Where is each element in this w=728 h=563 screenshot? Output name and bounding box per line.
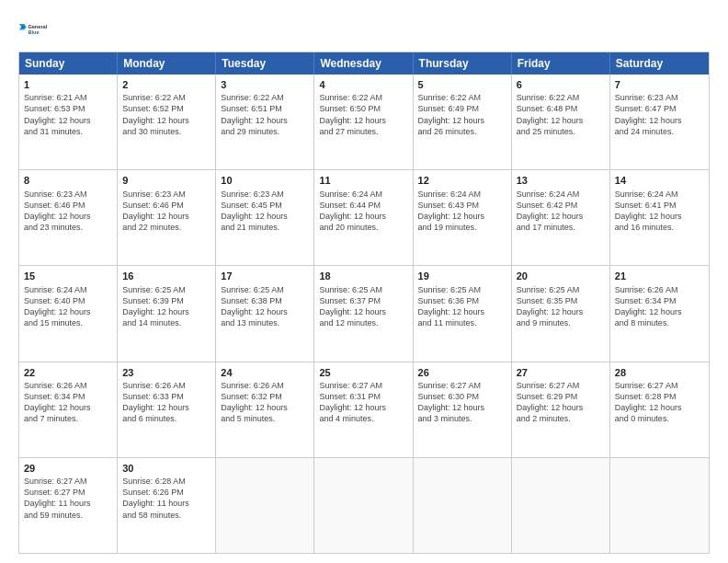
cell-info: Sunrise: 6:23 AMSunset: 6:46 PMDaylight:…: [122, 189, 210, 234]
cell-info: Sunrise: 6:23 AMSunset: 6:46 PMDaylight:…: [24, 189, 112, 234]
cell-info: Sunrise: 6:24 AMSunset: 6:42 PMDaylight:…: [517, 189, 605, 234]
calendar-cell: 29Sunrise: 6:27 AMSunset: 6:27 PMDayligh…: [19, 458, 118, 553]
day-number: 19: [418, 270, 506, 282]
calendar-body: 1Sunrise: 6:21 AMSunset: 6:53 PMDaylight…: [19, 75, 709, 553]
calendar-cell: 16Sunrise: 6:25 AMSunset: 6:39 PMDayligh…: [118, 266, 216, 361]
logo-icon: GeneralBlue: [18, 15, 48, 44]
day-header-monday: Monday: [118, 52, 216, 75]
calendar-cell: 3Sunrise: 6:22 AMSunset: 6:51 PMDaylight…: [216, 75, 314, 169]
day-number: 2: [122, 78, 210, 91]
cell-info: Sunrise: 6:22 AMSunset: 6:50 PMDaylight:…: [319, 92, 407, 137]
day-number: 22: [24, 366, 112, 379]
calendar-cell: 8Sunrise: 6:23 AMSunset: 6:46 PMDaylight…: [19, 170, 118, 265]
svg-text:Blue: Blue: [28, 29, 39, 35]
cell-info: Sunrise: 6:24 AMSunset: 6:40 PMDaylight:…: [24, 284, 112, 329]
day-number: 11: [319, 174, 407, 187]
calendar-cell: 9Sunrise: 6:23 AMSunset: 6:46 PMDaylight…: [118, 170, 216, 265]
calendar-week-4: 22Sunrise: 6:26 AMSunset: 6:34 PMDayligh…: [19, 362, 709, 457]
day-number: 17: [221, 270, 309, 282]
calendar-cell: 22Sunrise: 6:26 AMSunset: 6:34 PMDayligh…: [19, 362, 118, 457]
day-number: 25: [319, 366, 407, 379]
day-header-tuesday: Tuesday: [216, 52, 314, 75]
day-header-sunday: Sunday: [19, 52, 118, 75]
day-number: 21: [615, 270, 704, 282]
cell-info: Sunrise: 6:27 AMSunset: 6:30 PMDaylight:…: [418, 380, 506, 425]
day-header-saturday: Saturday: [610, 52, 709, 75]
calendar-cell: 2Sunrise: 6:22 AMSunset: 6:52 PMDaylight…: [118, 75, 216, 169]
day-number: 4: [319, 78, 407, 91]
calendar-week-2: 8Sunrise: 6:23 AMSunset: 6:46 PMDaylight…: [19, 169, 709, 265]
cell-info: Sunrise: 6:24 AMSunset: 6:44 PMDaylight:…: [319, 189, 407, 234]
calendar-cell: 26Sunrise: 6:27 AMSunset: 6:30 PMDayligh…: [414, 362, 512, 457]
day-header-wednesday: Wednesday: [314, 52, 413, 75]
cell-info: Sunrise: 6:27 AMSunset: 6:31 PMDaylight:…: [319, 380, 407, 425]
cell-info: Sunrise: 6:22 AMSunset: 6:51 PMDaylight:…: [221, 92, 309, 137]
calendar-header: SundayMondayTuesdayWednesdayThursdayFrid…: [19, 52, 709, 75]
cell-info: Sunrise: 6:23 AMSunset: 6:47 PMDaylight:…: [615, 92, 704, 137]
calendar-cell: 7Sunrise: 6:23 AMSunset: 6:47 PMDaylight…: [610, 75, 709, 169]
day-number: 26: [418, 366, 506, 379]
cell-info: Sunrise: 6:22 AMSunset: 6:48 PMDaylight:…: [517, 92, 605, 137]
day-number: 14: [615, 174, 704, 187]
calendar-cell: 11Sunrise: 6:24 AMSunset: 6:44 PMDayligh…: [314, 170, 413, 265]
day-number: 7: [615, 78, 704, 91]
calendar-cell: 5Sunrise: 6:22 AMSunset: 6:49 PMDaylight…: [414, 75, 512, 169]
cell-info: Sunrise: 6:27 AMSunset: 6:29 PMDaylight:…: [517, 380, 605, 425]
calendar-cell: [610, 458, 709, 553]
day-number: 18: [319, 270, 407, 282]
cell-info: Sunrise: 6:24 AMSunset: 6:41 PMDaylight:…: [615, 189, 704, 234]
calendar-cell: 4Sunrise: 6:22 AMSunset: 6:50 PMDaylight…: [314, 75, 413, 169]
calendar-cell: 27Sunrise: 6:27 AMSunset: 6:29 PMDayligh…: [512, 362, 610, 457]
day-number: 1: [24, 78, 112, 91]
page-header: GeneralBlue: [18, 15, 710, 44]
svg-text:General: General: [28, 24, 47, 29]
calendar-cell: [414, 458, 512, 553]
calendar-cell: 10Sunrise: 6:23 AMSunset: 6:45 PMDayligh…: [216, 170, 314, 265]
calendar-cell: 21Sunrise: 6:26 AMSunset: 6:34 PMDayligh…: [610, 266, 709, 361]
day-number: 15: [24, 270, 112, 282]
day-number: 12: [418, 174, 506, 187]
day-number: 13: [517, 174, 605, 187]
cell-info: Sunrise: 6:23 AMSunset: 6:45 PMDaylight:…: [221, 189, 309, 234]
day-number: 8: [24, 174, 112, 187]
calendar-cell: 1Sunrise: 6:21 AMSunset: 6:53 PMDaylight…: [19, 75, 118, 169]
cell-info: Sunrise: 6:21 AMSunset: 6:53 PMDaylight:…: [24, 92, 112, 137]
calendar: SundayMondayTuesdayWednesdayThursdayFrid…: [18, 52, 710, 554]
calendar-cell: 14Sunrise: 6:24 AMSunset: 6:41 PMDayligh…: [610, 170, 709, 265]
calendar-cell: 6Sunrise: 6:22 AMSunset: 6:48 PMDaylight…: [512, 75, 610, 169]
calendar-week-1: 1Sunrise: 6:21 AMSunset: 6:53 PMDaylight…: [19, 75, 709, 169]
day-number: 27: [517, 366, 605, 379]
day-number: 10: [221, 174, 309, 187]
cell-info: Sunrise: 6:26 AMSunset: 6:32 PMDaylight:…: [221, 380, 309, 425]
calendar-cell: 18Sunrise: 6:25 AMSunset: 6:37 PMDayligh…: [314, 266, 413, 361]
calendar-cell: 15Sunrise: 6:24 AMSunset: 6:40 PMDayligh…: [19, 266, 118, 361]
calendar-cell: 23Sunrise: 6:26 AMSunset: 6:33 PMDayligh…: [118, 362, 216, 457]
cell-info: Sunrise: 6:25 AMSunset: 6:38 PMDaylight:…: [221, 284, 309, 329]
cell-info: Sunrise: 6:26 AMSunset: 6:34 PMDaylight:…: [615, 284, 704, 329]
cell-info: Sunrise: 6:22 AMSunset: 6:52 PMDaylight:…: [122, 92, 210, 137]
day-number: 3: [221, 78, 309, 91]
cell-info: Sunrise: 6:26 AMSunset: 6:34 PMDaylight:…: [24, 380, 112, 425]
calendar-cell: 24Sunrise: 6:26 AMSunset: 6:32 PMDayligh…: [216, 362, 314, 457]
logo: GeneralBlue: [18, 15, 51, 44]
cell-info: Sunrise: 6:27 AMSunset: 6:28 PMDaylight:…: [615, 380, 704, 425]
cell-info: Sunrise: 6:25 AMSunset: 6:35 PMDaylight:…: [517, 284, 605, 329]
day-number: 29: [24, 462, 112, 475]
day-number: 24: [221, 366, 309, 379]
cell-info: Sunrise: 6:25 AMSunset: 6:36 PMDaylight:…: [418, 284, 506, 329]
calendar-cell: [216, 458, 314, 553]
cell-info: Sunrise: 6:25 AMSunset: 6:39 PMDaylight:…: [122, 284, 210, 329]
day-header-thursday: Thursday: [414, 52, 512, 75]
calendar-cell: 19Sunrise: 6:25 AMSunset: 6:36 PMDayligh…: [414, 266, 512, 361]
calendar-cell: 30Sunrise: 6:28 AMSunset: 6:26 PMDayligh…: [118, 458, 216, 553]
cell-info: Sunrise: 6:25 AMSunset: 6:37 PMDaylight:…: [319, 284, 407, 329]
calendar-cell: 28Sunrise: 6:27 AMSunset: 6:28 PMDayligh…: [610, 362, 709, 457]
day-header-friday: Friday: [512, 52, 610, 75]
day-number: 30: [122, 462, 210, 475]
calendar-cell: 12Sunrise: 6:24 AMSunset: 6:43 PMDayligh…: [414, 170, 512, 265]
day-number: 28: [615, 366, 704, 379]
cell-info: Sunrise: 6:26 AMSunset: 6:33 PMDaylight:…: [122, 380, 210, 425]
calendar-week-3: 15Sunrise: 6:24 AMSunset: 6:40 PMDayligh…: [19, 265, 709, 361]
cell-info: Sunrise: 6:24 AMSunset: 6:43 PMDaylight:…: [418, 189, 506, 234]
day-number: 6: [517, 78, 605, 91]
